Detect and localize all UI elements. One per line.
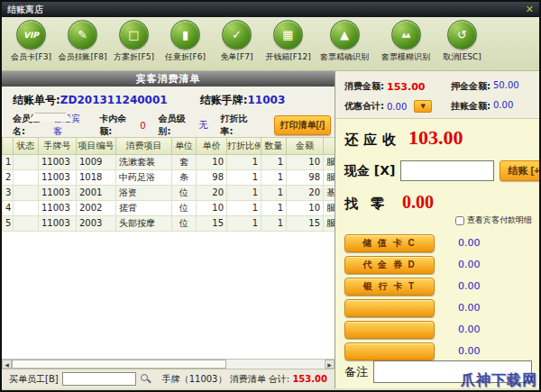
ticket-fuzzy-match-label: 套票模糊识别 bbox=[381, 51, 430, 63]
note-pen-icon: ✎ bbox=[68, 20, 97, 50]
content: 宾客消费清单 结账单号: ZD201311240001 结账手牌: 11003 … bbox=[2, 71, 539, 388]
cancel-label: 取消[ESC] bbox=[443, 51, 481, 63]
grid-header-row: 状态 手牌号 项目编号 消费项目 单位 单价 打折比例 数量 金额 bbox=[3, 138, 335, 154]
col-unit: 单位 bbox=[172, 138, 197, 154]
remark-label: 备注 bbox=[344, 364, 368, 380]
staff-input[interactable] bbox=[62, 372, 136, 386]
open-cash-drawer-button[interactable]: ▦ 开钱箱[F12] bbox=[262, 20, 314, 63]
scroll-right-icon[interactable]: ▶ bbox=[325, 360, 335, 369]
col-tag-no: 手牌号 bbox=[39, 138, 77, 154]
horizontal-scrollbar[interactable]: ◀ ▶ bbox=[2, 359, 335, 369]
deposit-amount-label: 押金金额: bbox=[451, 80, 491, 93]
discount-total-label: 优惠合计: bbox=[344, 100, 384, 113]
payment-methods: 储 值 卡 C 0.00 代 金 券 D 0.00 银 行 卡 T 0.00 0… bbox=[344, 233, 532, 360]
mountains-icon: ▲▲ bbox=[391, 20, 421, 50]
member-level-label: 会员级别: bbox=[159, 113, 196, 138]
cancel-button[interactable]: ↺ 取消[ESC] bbox=[436, 20, 488, 63]
stored-value-card-amount: 0.00 bbox=[458, 237, 481, 249]
list-title: 宾客消费清单 bbox=[2, 71, 335, 87]
consume-amount-label: 消费金额: bbox=[344, 80, 384, 93]
discount-rate-label: 打折比率: bbox=[221, 113, 258, 138]
card-balance-label: 卡内余额: bbox=[99, 113, 136, 138]
checkout-window: 结账离店 ✕ VIP 会员卡[F3] ✎ 会员挂账[F8] □ 方案折[F5] … bbox=[0, 0, 541, 392]
toolbar: VIP 会员卡[F3] ✎ 会员挂账[F8] □ 方案折[F5] ▮ 任意折[F… bbox=[2, 17, 539, 71]
footer-summary-text: 手牌（11003） 消费清单 合计: bbox=[162, 374, 290, 384]
plan-discount-label: 方案折[F5] bbox=[114, 51, 154, 63]
empty-method-button[interactable] bbox=[344, 299, 435, 317]
empty-method-amount: 0.00 bbox=[458, 302, 481, 314]
bill-no-label: 结账单号: bbox=[13, 93, 60, 108]
payment-detail-checkbox[interactable] bbox=[455, 216, 464, 225]
payment-method-row: 0.00 bbox=[344, 342, 532, 360]
table-row[interactable]: 5110032003头部按摩位151115服务 bbox=[3, 215, 335, 231]
close-icon[interactable]: ✕ bbox=[526, 5, 534, 14]
cash-register-icon: ▦ bbox=[273, 20, 303, 50]
search-icon[interactable] bbox=[140, 373, 151, 385]
remark-input[interactable] bbox=[373, 360, 532, 383]
change-label: 找零 bbox=[344, 196, 397, 213]
scroll-left-icon[interactable]: ◀ bbox=[2, 360, 12, 369]
member-credit-button[interactable]: ✎ 会员挂账[F8] bbox=[57, 20, 108, 63]
consumption-pane: 宾客消费清单 结账单号: ZD201311240001 结账手牌: 11003 … bbox=[2, 71, 335, 388]
empty-method-amount: 0.00 bbox=[458, 324, 481, 335]
chevron-down-icon[interactable]: ▼ bbox=[414, 100, 432, 113]
ticket-exact-match-button[interactable]: ▲ 套票精确识别 bbox=[314, 20, 375, 63]
stored-value-card-button[interactable]: 储 值 卡 C bbox=[344, 234, 435, 252]
free-bill-label: 免单[F7] bbox=[221, 51, 253, 63]
voucher-button[interactable]: 代 金 券 D bbox=[344, 256, 435, 274]
col-status: 状态 bbox=[14, 138, 39, 154]
cash-label: 现金 [X] bbox=[344, 163, 395, 179]
member-card-button[interactable]: VIP 会员卡[F3] bbox=[5, 20, 57, 63]
table-row[interactable]: 3110032001浴资位201120基础 bbox=[3, 185, 335, 200]
table-row[interactable]: 1110031009洗漱套装套101110服务 bbox=[3, 154, 335, 169]
bank-card-button[interactable]: 银 行 卡 T bbox=[344, 278, 435, 296]
col-type bbox=[324, 138, 335, 154]
due-value: 103.00 bbox=[408, 126, 463, 150]
ticket-fuzzy-match-button[interactable]: ▲▲ 套票模糊识别 bbox=[375, 20, 436, 63]
payment-detail-checkbox-label: 查看宾客付款明细 bbox=[467, 214, 532, 226]
amount-summary: 消费金额: 153.00 押金金额: 50.00 优惠合计: 0.00 ▼ 挂账… bbox=[335, 71, 541, 119]
cash-input[interactable] bbox=[400, 160, 494, 181]
settle-button[interactable]: 结账 [+] bbox=[500, 160, 541, 181]
empty-method-button[interactable] bbox=[344, 342, 435, 360]
col-discount: 打折比例 bbox=[227, 138, 261, 154]
open-cash-drawer-label: 开钱箱[F12] bbox=[265, 51, 311, 63]
payment-pane: 消费金额: 153.00 押金金额: 50.00 优惠合计: 0.00 ▼ 挂账… bbox=[335, 71, 541, 388]
undo-arrow-icon: ↺ bbox=[447, 20, 477, 50]
print-list-button[interactable]: 打印清单[/] bbox=[274, 115, 331, 135]
deposit-amount-value: 50.00 bbox=[493, 80, 519, 93]
col-qty: 数量 bbox=[261, 138, 287, 154]
plan-discount-button[interactable]: □ 方案折[F5] bbox=[108, 20, 160, 63]
col-price: 单价 bbox=[197, 138, 227, 154]
payment-method-row: 银 行 卡 T 0.00 bbox=[344, 277, 532, 296]
bill-no-value: ZD201311240001 bbox=[60, 94, 168, 106]
title-bar: 结账离店 ✕ bbox=[2, 2, 539, 17]
change-value: 0.00 bbox=[402, 192, 434, 213]
scrollbar-track[interactable] bbox=[226, 360, 325, 369]
card-balance-value: 0 bbox=[140, 121, 145, 131]
page-icon: □ bbox=[119, 20, 149, 50]
table-row[interactable]: 2110031018中药足浴条981198服务 bbox=[3, 169, 335, 185]
free-bill-button[interactable]: ✓ 免单[F7] bbox=[211, 20, 262, 63]
credit-amount-value: 0.00 bbox=[493, 100, 513, 113]
payment-method-row: 0.00 bbox=[344, 298, 532, 317]
tag-label: 结账手牌: bbox=[200, 93, 248, 108]
discount-total-value: 0.00 bbox=[387, 102, 407, 112]
consume-amount-value: 153.00 bbox=[387, 81, 425, 93]
vip-icon: VIP bbox=[16, 20, 46, 50]
payment-method-row: 0.00 bbox=[344, 320, 532, 339]
left-footer: 买单员工[B] 手牌（11003） 消费清单 合计: 153.00 bbox=[2, 369, 335, 388]
order-info-row: 结账单号: ZD201311240001 结账手牌: 11003 bbox=[2, 87, 335, 114]
table-row[interactable]: 4110032002搓背位101110服务 bbox=[3, 200, 335, 215]
scrollbar-thumb[interactable] bbox=[12, 360, 226, 369]
consumption-grid: 状态 手牌号 项目编号 消费项目 单位 单价 打折比例 数量 金额 111003… bbox=[2, 138, 335, 359]
footer-summary: 手牌（11003） 消费清单 合计: 153.00 bbox=[162, 373, 327, 386]
voucher-amount: 0.00 bbox=[458, 259, 481, 270]
credit-amount-label: 挂账金额: bbox=[451, 100, 491, 113]
pay-area: 还应收 103.00 现金 [X] 结账 [+] 找零 0.00 查看宾客付款明… bbox=[335, 119, 541, 388]
clipboard-check-icon: ✓ bbox=[222, 20, 252, 50]
any-discount-button[interactable]: ▮ 任意折[F6] bbox=[160, 20, 211, 63]
empty-method-amount: 0.00 bbox=[458, 345, 481, 357]
empty-method-button[interactable] bbox=[344, 321, 435, 339]
member-level-value: 无 bbox=[199, 119, 208, 132]
